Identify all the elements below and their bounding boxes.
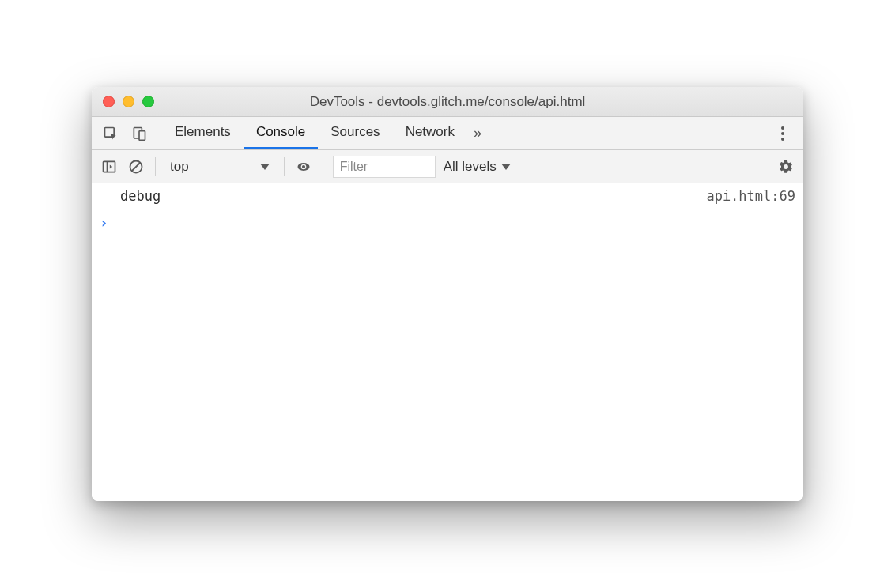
titlebar: DevTools - devtools.glitch.me/console/ap… [92,87,803,117]
context-label: top [170,159,189,175]
tab-label: Network [406,124,455,140]
tab-console[interactable]: Console [244,117,318,149]
vertical-dots-icon [776,126,789,141]
more-tabs-button[interactable]: » [467,117,485,149]
svg-point-9 [302,164,305,168]
tabbar: Elements Console Sources Network » [92,117,803,150]
svg-rect-3 [104,161,115,172]
devtools-window: DevTools - devtools.glitch.me/console/ap… [92,87,803,501]
console-prompt[interactable]: › [92,209,803,236]
tab-elements[interactable]: Elements [162,117,244,149]
tab-sources[interactable]: Sources [318,117,392,149]
log-message: debug [120,188,706,204]
tab-label: Elements [175,124,231,140]
minimize-button[interactable] [123,96,134,107]
text-cursor [115,215,115,231]
tab-label: Console [256,124,305,140]
close-button[interactable] [103,96,115,107]
filter-input[interactable] [333,156,436,178]
execution-context-selector[interactable]: top [165,159,274,175]
chevron-right-double-icon: » [474,125,478,141]
log-levels-selector[interactable]: All levels [440,159,514,175]
clear-console-icon[interactable] [127,157,145,176]
log-source-link[interactable]: api.html:69 [706,188,795,204]
tab-label: Sources [330,124,380,140]
console-settings-icon[interactable] [776,157,795,176]
prompt-chevron-icon: › [100,214,108,231]
console-output: debug api.html:69 › [92,183,803,501]
maximize-button[interactable] [142,96,154,107]
live-expression-icon[interactable] [294,157,313,176]
device-toolbar-icon[interactable] [130,124,149,143]
svg-rect-2 [139,130,145,140]
kebab-menu-button[interactable] [773,124,792,143]
traffic-lights [103,96,154,107]
chevron-down-icon [260,164,270,170]
log-entry: debug api.html:69 [92,183,803,209]
console-toolbar: top All levels [92,150,803,183]
levels-label: All levels [444,159,497,175]
svg-line-6 [132,163,140,171]
chevron-down-icon [501,164,511,170]
inspect-element-icon[interactable] [101,124,120,143]
window-title: DevTools - devtools.glitch.me/console/ap… [92,94,803,110]
tab-network[interactable]: Network [393,117,467,149]
toggle-sidebar-icon[interactable] [100,157,119,176]
